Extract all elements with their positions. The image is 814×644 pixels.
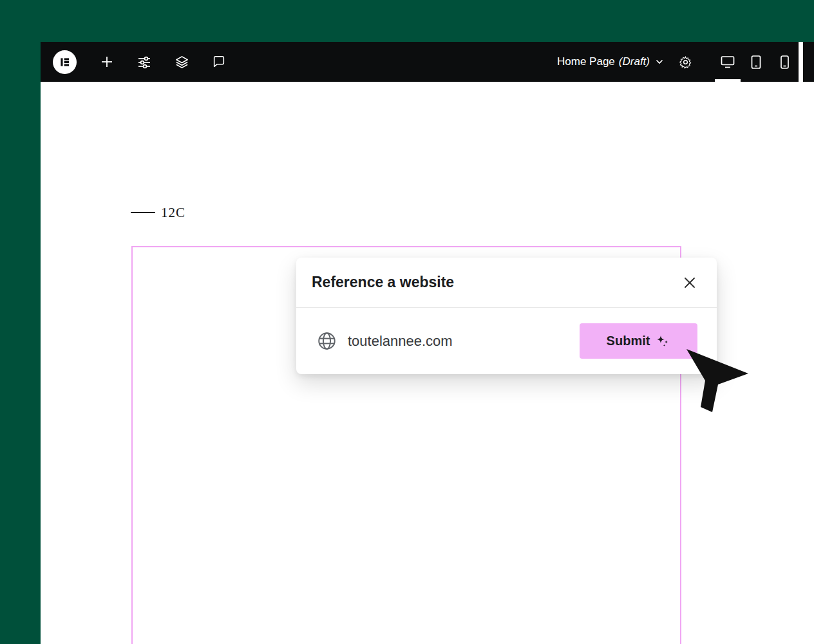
logo-rule xyxy=(131,212,155,213)
modal-title: Reference a website xyxy=(312,274,454,291)
website-url-value[interactable]: toutelannee.com xyxy=(348,333,453,350)
elementor-menu-button[interactable] xyxy=(53,50,77,74)
close-button[interactable] xyxy=(681,274,699,292)
close-icon xyxy=(683,276,697,290)
top-bar-right-group: Home Page (Draft) xyxy=(557,42,814,82)
elementor-editor: { "colors": { "brand_green": "#00503A", … xyxy=(0,0,814,644)
site-logo-text: 12C xyxy=(161,205,185,220)
elementor-logo-icon xyxy=(58,55,71,69)
editor-top-bar: Home Page (Draft) xyxy=(41,42,814,82)
responsive-mode-switcher xyxy=(714,42,799,82)
notes-button[interactable] xyxy=(212,42,226,82)
gear-icon xyxy=(679,55,692,69)
plus-icon xyxy=(100,55,114,69)
document-switcher[interactable]: Home Page (Draft) xyxy=(557,55,672,68)
layers-icon xyxy=(175,55,189,70)
reference-website-modal: Reference a website toutelannee.com Subm… xyxy=(296,258,717,374)
modal-header: Reference a website xyxy=(296,258,717,308)
page-settings-button[interactable] xyxy=(672,42,698,82)
chevron-down-icon xyxy=(656,59,663,64)
desktop-mode-button[interactable] xyxy=(714,42,742,82)
comment-icon xyxy=(212,55,226,69)
sliders-icon xyxy=(137,55,151,69)
document-status: (Draft) xyxy=(619,55,650,68)
structure-button[interactable] xyxy=(175,42,189,82)
site-logo: 12C xyxy=(131,205,185,220)
submit-button[interactable]: Submit xyxy=(580,323,697,359)
site-settings-button[interactable] xyxy=(137,42,151,82)
add-element-button[interactable] xyxy=(100,42,114,82)
globe-icon xyxy=(317,331,337,351)
mobile-mode-button[interactable] xyxy=(770,42,799,82)
top-bar-divider xyxy=(799,42,803,82)
document-title: Home Page xyxy=(557,55,615,68)
tablet-mode-button[interactable] xyxy=(742,42,770,82)
submit-button-label: Submit xyxy=(607,334,650,348)
tablet-icon xyxy=(750,55,762,70)
mobile-icon xyxy=(780,55,790,70)
ai-sparkle-icon xyxy=(655,334,670,349)
modal-body: toutelannee.com Submit xyxy=(296,308,717,374)
desktop-icon xyxy=(720,55,735,69)
top-bar-edge-panel xyxy=(803,42,814,82)
